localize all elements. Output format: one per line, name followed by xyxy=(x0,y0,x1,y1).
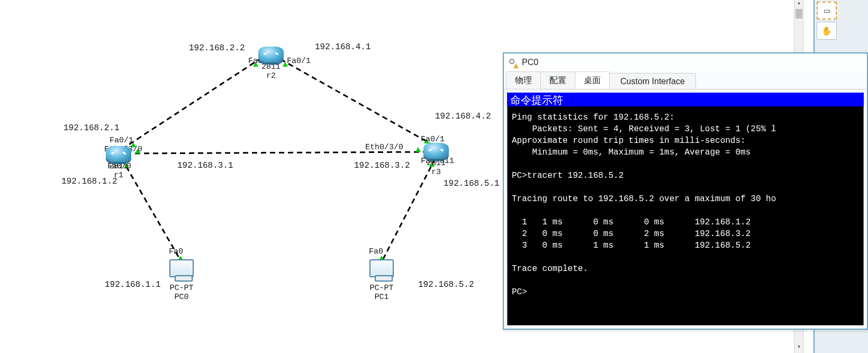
device-model: PC-PT xyxy=(169,284,194,293)
device-model: 2811 xyxy=(106,162,131,171)
window-titlebar[interactable]: PC0 xyxy=(504,53,867,71)
device-model: 2811 xyxy=(423,159,449,168)
device-name: r2 xyxy=(258,71,284,80)
pc0-window[interactable]: PC0 物理 配置 桌面 Custom Interface 命令提示符 Ping… xyxy=(503,52,868,330)
tab-desktop[interactable]: 桌面 xyxy=(575,71,610,89)
tab-physical[interactable]: 物理 xyxy=(506,71,541,89)
device-name: PC0 xyxy=(169,293,194,302)
ip-label-pc0: 192.168.1.1 xyxy=(105,280,161,289)
ip-label-l13b: 192.168.3.2 xyxy=(354,161,410,170)
device-router-r3[interactable]: 2811 r3 xyxy=(423,143,449,177)
terminal-panel: 命令提示符 Ping statistics for 192.168.5.2: P… xyxy=(504,89,867,329)
router-icon xyxy=(423,143,449,159)
device-pc0[interactable]: PC-PT PC0 xyxy=(169,259,194,302)
tab-custom-interface[interactable]: Custom Interface xyxy=(609,73,696,89)
window-title: PC0 xyxy=(522,58,538,67)
ip-label-r1-up: 192.168.2.1 xyxy=(64,123,120,133)
if-r1-up: Fa0/1 xyxy=(110,136,133,145)
if-pc1: Fa0 xyxy=(369,247,383,256)
svg-line-0 xyxy=(122,59,259,149)
svg-line-2 xyxy=(126,152,429,153)
link-led xyxy=(415,147,421,152)
if-r3-left: Eth0/3/0 xyxy=(365,143,403,152)
ip-label-r3-down: 192.168.5.1 xyxy=(444,179,500,188)
ip-label-r2-right: 192.168.4.1 xyxy=(315,42,371,52)
if-r2-right: Fa0/1 xyxy=(287,57,311,66)
pc-icon xyxy=(369,259,394,277)
tab-config[interactable]: 配置 xyxy=(540,71,575,89)
ip-label-l13a: 192.168.3.1 xyxy=(177,161,233,170)
ip-label-r3-up: 192.168.4.2 xyxy=(435,112,491,121)
device-router-r1[interactable]: 2811 r1 xyxy=(106,146,131,180)
hand-icon: ✋ xyxy=(821,26,832,36)
device-name: r3 xyxy=(423,168,449,177)
router-icon xyxy=(106,146,131,162)
terminal-header: 命令提示符 xyxy=(507,93,864,106)
pc-icon xyxy=(169,259,194,277)
device-name: PC1 xyxy=(369,293,394,302)
svg-line-1 xyxy=(281,59,434,146)
device-name: r1 xyxy=(106,171,131,180)
tool-select-marquee[interactable]: ▭ xyxy=(817,2,837,20)
device-model: PC-PT xyxy=(369,284,394,293)
ip-label-r2-left: 192.168.2.2 xyxy=(189,43,245,53)
pc0-tabset: 物理 配置 桌面 Custom Interface xyxy=(504,71,867,89)
ip-label-pc1: 192.168.5.2 xyxy=(418,280,474,289)
tool-hand[interactable]: ✋ xyxy=(817,22,837,40)
scrollbar-thumb[interactable] xyxy=(795,9,802,19)
if-pc0: Fa0 xyxy=(169,247,183,256)
window-app-icon xyxy=(508,58,518,67)
terminal-output[interactable]: Ping statistics for 192.168.5.2: Packets… xyxy=(507,106,864,325)
device-model: 2811 xyxy=(258,62,284,71)
router-icon xyxy=(258,47,284,62)
device-pc1[interactable]: PC-PT PC1 xyxy=(369,259,394,302)
device-router-r2[interactable]: 2811 r2 xyxy=(258,47,284,80)
selection-icon: ▭ xyxy=(824,6,830,15)
